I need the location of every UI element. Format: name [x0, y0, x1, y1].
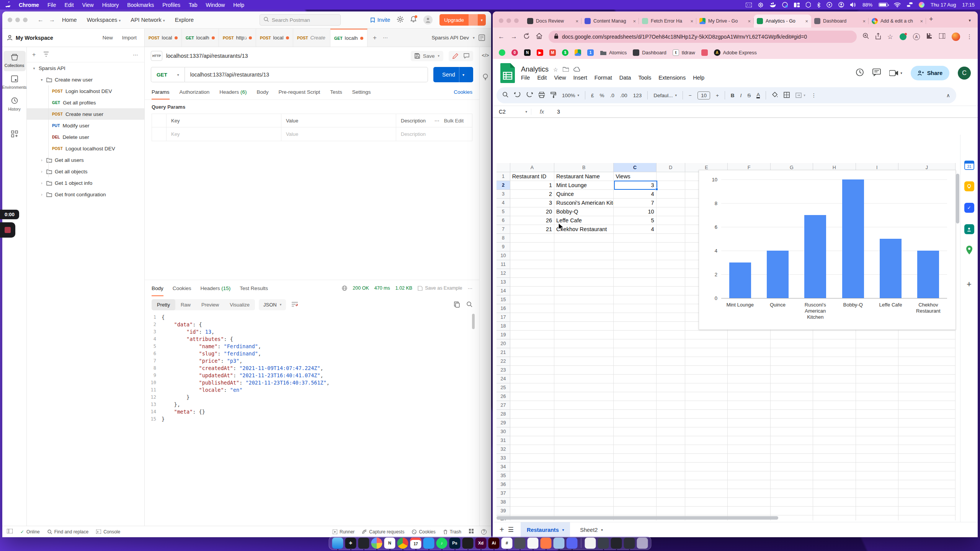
- docker-icon[interactable]: [769, 2, 776, 7]
- row-header-16[interactable]: 16: [497, 304, 510, 313]
- cell-C5[interactable]: 10: [614, 207, 656, 216]
- cell-B23[interactable]: [554, 366, 614, 375]
- cell-F34[interactable]: [728, 463, 770, 471]
- cell-F21[interactable]: [728, 348, 770, 357]
- cell-C17[interactable]: [614, 313, 656, 322]
- cell-D16[interactable]: [657, 304, 686, 313]
- cell-D6[interactable]: [657, 216, 686, 225]
- cell-H27[interactable]: [813, 401, 856, 410]
- new-request-tab-button[interactable]: +: [373, 34, 377, 42]
- version-history-icon[interactable]: [856, 68, 864, 78]
- cell-C27[interactable]: [614, 401, 656, 410]
- request-get-all-profiles[interactable]: GETGet all profiles: [27, 97, 144, 108]
- capture-requests-button[interactable]: Capture requests: [362, 529, 404, 535]
- cell-D39[interactable]: [657, 507, 686, 515]
- cell-A28[interactable]: [510, 410, 554, 419]
- row-header-26[interactable]: 26: [497, 392, 510, 401]
- menu-data[interactable]: Data: [619, 75, 631, 81]
- cell-B12[interactable]: [554, 269, 614, 278]
- strikethrough-button[interactable]: S: [747, 93, 751, 98]
- cell-I36[interactable]: [856, 480, 898, 489]
- cell-C35[interactable]: [614, 471, 656, 480]
- request-tab-pre-request-script[interactable]: Pre-request Script: [278, 89, 320, 95]
- cell-J20[interactable]: [898, 339, 956, 348]
- cell-H24[interactable]: [813, 375, 856, 383]
- dock-adobe-xd-icon[interactable]: Xd: [475, 538, 487, 549]
- cell-H35[interactable]: [813, 471, 856, 480]
- find-and-replace-button[interactable]: Find and replace: [47, 529, 88, 535]
- cell-B37[interactable]: [554, 489, 614, 498]
- cell-C9[interactable]: [614, 243, 656, 251]
- edit-pencil-icon[interactable]: [452, 53, 458, 59]
- cell-C23[interactable]: [614, 366, 656, 375]
- cell-D4[interactable]: [657, 199, 686, 207]
- chrome-menu-icon[interactable]: ⋮: [967, 33, 972, 40]
- cell-C39[interactable]: [614, 507, 656, 515]
- request-tab-settings[interactable]: Settings: [352, 89, 371, 95]
- cell-C4[interactable]: 7: [614, 199, 656, 207]
- cell-B31[interactable]: [554, 436, 614, 445]
- cell-C22[interactable]: [614, 357, 656, 366]
- column-header-B[interactable]: B: [554, 163, 614, 172]
- cell-E33[interactable]: [685, 454, 728, 463]
- cell-H19[interactable]: [813, 331, 856, 339]
- cell-C36[interactable]: [614, 480, 656, 489]
- toggle-sidebar-icon[interactable]: [7, 529, 13, 535]
- bookmark-atomics[interactable]: Atomics: [600, 49, 627, 56]
- cell-E26[interactable]: [685, 392, 728, 401]
- cell-C30[interactable]: [614, 427, 656, 436]
- bar-bobby-q[interactable]: [842, 179, 864, 298]
- cell-A9[interactable]: [510, 243, 554, 251]
- cell-J23[interactable]: [898, 366, 956, 375]
- cell-D32[interactable]: [657, 445, 686, 454]
- folder-get-all-users[interactable]: ›Get all users: [27, 154, 144, 166]
- maps-icon[interactable]: [966, 246, 973, 256]
- browser-tab-5[interactable]: Analytics - Go×: [754, 15, 811, 28]
- cell-C19[interactable]: [614, 331, 656, 339]
- cell-D31[interactable]: [657, 436, 686, 445]
- screen-mirroring-icon[interactable]: [838, 2, 844, 8]
- cell-B30[interactable]: [554, 427, 614, 436]
- request-login-localhost-dev[interactable]: POSTLogin localhost DEV: [27, 85, 144, 97]
- cell-D37[interactable]: [657, 489, 686, 498]
- cell-H26[interactable]: [813, 392, 856, 401]
- cell-B1[interactable]: Restaurant Name: [554, 172, 614, 181]
- row-header-27[interactable]: 27: [497, 401, 510, 410]
- row-header-20[interactable]: 20: [497, 339, 510, 348]
- youtube-bookmark-icon[interactable]: ▶: [537, 49, 543, 56]
- cell-I39[interactable]: [856, 507, 898, 515]
- menu-format[interactable]: Format: [595, 75, 612, 81]
- cell-A17[interactable]: [510, 313, 554, 322]
- cell-C16[interactable]: [614, 304, 656, 313]
- row-header-1[interactable]: 1: [497, 172, 510, 181]
- cell-G39[interactable]: [771, 507, 813, 515]
- password-bookmark-icon[interactable]: 0: [511, 49, 518, 56]
- row-header-25[interactable]: 25: [497, 383, 510, 392]
- environment-selector[interactable]: Sparsis API Dev: [431, 35, 469, 41]
- dock-slack-icon[interactable]: #: [501, 538, 513, 549]
- cell-C7[interactable]: 4: [614, 225, 656, 234]
- cell-A13[interactable]: [510, 278, 554, 287]
- dock-notion-icon[interactable]: N: [384, 538, 395, 549]
- cell-C33[interactable]: [614, 454, 656, 463]
- profile-avatar[interactable]: [952, 33, 960, 41]
- cell-G32[interactable]: [771, 445, 813, 454]
- sheet-tab-sheet2[interactable]: Sheet2▾: [574, 522, 609, 538]
- cell-C24[interactable]: [614, 375, 656, 383]
- cell-A29[interactable]: [510, 419, 554, 427]
- url-input[interactable]: localhost:1337/api/restaurants/13: [185, 67, 428, 82]
- cell-A33[interactable]: [510, 454, 554, 463]
- tab-search-chevron-icon[interactable]: ▾: [969, 18, 974, 23]
- request-create-new-user[interactable]: POSTCreate new user: [27, 108, 144, 120]
- cash-bookmark-icon[interactable]: $: [562, 49, 568, 56]
- cell-I21[interactable]: [856, 348, 898, 357]
- dock-trash-icon[interactable]: [637, 538, 648, 549]
- cell-B38[interactable]: [554, 498, 614, 507]
- menubar-date[interactable]: Thu 17 Aug: [931, 2, 956, 8]
- cell-F39[interactable]: [728, 507, 770, 515]
- cell-B8[interactable]: [554, 234, 614, 243]
- cell-J37[interactable]: [898, 489, 956, 498]
- view-raw[interactable]: Raw: [175, 299, 196, 310]
- share-icon[interactable]: [875, 33, 881, 41]
- cell-B33[interactable]: [554, 454, 614, 463]
